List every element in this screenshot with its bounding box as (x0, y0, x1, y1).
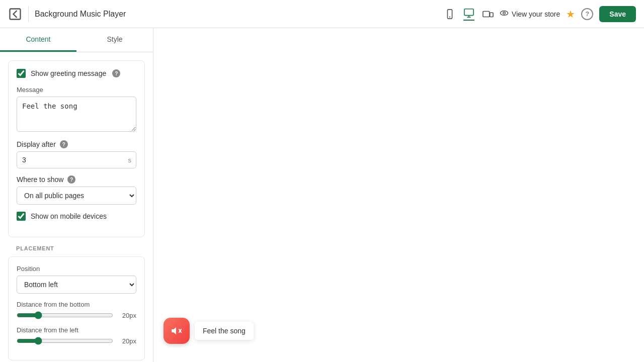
show-mobile-label: Show on mobile devices (31, 212, 107, 220)
save-button[interactable]: Save (599, 6, 636, 22)
show-mobile-checkbox[interactable] (17, 212, 26, 221)
topbar: Background Music Player (0, 0, 644, 28)
distance-left-label: Distance from the left (17, 326, 136, 334)
device-icons (444, 8, 494, 21)
main-layout: Content Style Show greeting message ? Me… (0, 28, 644, 362)
position-select[interactable]: Bottom left Bottom right Top left Top ri… (17, 276, 136, 294)
distance-left-slider-row: 20px (17, 337, 136, 345)
page-title: Background Music Player (35, 10, 438, 19)
message-label: Message (17, 86, 136, 94)
position-label: Position (17, 265, 136, 273)
distance-bottom-slider-row: 20px (17, 311, 136, 319)
svg-rect-0 (10, 9, 21, 19)
distance-bottom-value: 20px (118, 312, 136, 319)
distance-left-field-group: Distance from the left 20px (17, 326, 136, 345)
svg-rect-3 (464, 9, 473, 15)
distance-bottom-label: Distance from the bottom (17, 301, 136, 308)
where-to-show-help-icon[interactable]: ? (67, 175, 75, 184)
svg-point-9 (503, 12, 506, 15)
svg-rect-6 (483, 11, 490, 17)
show-mobile-row: Show on mobile devices (17, 212, 136, 221)
message-field-group: Message (17, 86, 136, 133)
eye-icon (500, 9, 509, 19)
tab-style[interactable]: Style (76, 28, 153, 52)
where-to-show-label: Where to show (17, 175, 63, 184)
display-after-label: Display after (17, 140, 56, 148)
show-greeting-help-icon[interactable]: ? (112, 69, 120, 77)
help-icon[interactable]: ? (581, 8, 593, 20)
music-play-button[interactable] (164, 318, 190, 344)
position-field-group: Position Bottom left Bottom right Top le… (17, 265, 136, 294)
show-greeting-row: Show greeting message ? (17, 69, 136, 78)
music-widget: Feel the song (164, 318, 254, 344)
display-after-unit: s (128, 156, 132, 164)
sidebar-content: Show greeting message ? Message Display … (0, 52, 153, 362)
message-textarea[interactable] (17, 97, 136, 132)
topbar-right: View your store ★ ? Save (500, 6, 636, 22)
distance-left-slider[interactable] (17, 337, 113, 345)
desktop-view-icon[interactable] (463, 8, 474, 21)
display-after-label-row: Display after ? (17, 140, 136, 148)
sidebar: Content Style Show greeting message ? Me… (0, 28, 153, 362)
show-greeting-label: Show greeting message (31, 69, 106, 77)
responsive-view-icon[interactable] (482, 9, 494, 20)
placement-section: Position Bottom left Bottom right Top le… (8, 256, 145, 360)
display-after-help-icon[interactable]: ? (60, 140, 68, 148)
distance-bottom-field-group: Distance from the bottom 20px (17, 301, 136, 319)
tab-content[interactable]: Content (0, 28, 76, 52)
view-store-link[interactable]: View your store (500, 9, 560, 19)
display-after-input-wrapper: s (17, 151, 136, 168)
placement-heading: PLACEMENT (8, 245, 145, 251)
show-greeting-checkbox[interactable] (17, 69, 26, 78)
distance-left-value: 20px (118, 337, 136, 345)
greeting-section: Show greeting message ? Message Display … (8, 60, 145, 237)
back-button[interactable] (8, 7, 22, 21)
where-to-show-label-row: Where to show ? (17, 175, 136, 184)
music-tooltip: Feel the song (195, 322, 254, 340)
topbar-divider (28, 6, 29, 22)
display-after-field-group: Display after ? s (17, 140, 136, 168)
display-after-input[interactable] (17, 151, 136, 168)
svg-rect-7 (490, 13, 493, 17)
where-to-show-field-group: Where to show ? On all public pages Home… (17, 175, 136, 205)
tabs: Content Style (0, 28, 153, 52)
preview-area: Feel the song (153, 28, 644, 362)
star-icon[interactable]: ★ (566, 8, 575, 20)
distance-bottom-slider[interactable] (17, 311, 113, 319)
where-to-show-select[interactable]: On all public pages Home page only All p… (17, 187, 136, 205)
mobile-view-icon[interactable] (444, 9, 455, 20)
svg-point-8 (501, 11, 508, 16)
